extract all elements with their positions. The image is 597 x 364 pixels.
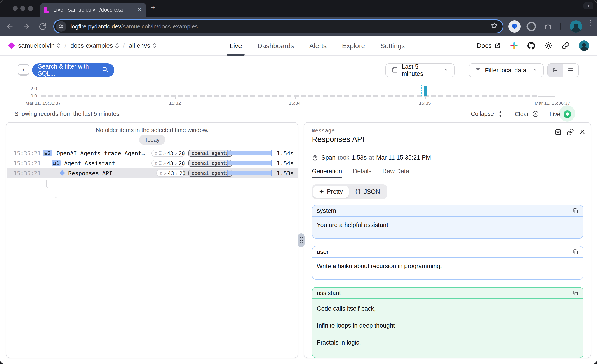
x-tickmark	[175, 97, 176, 99]
trace-name: Agent Assistant	[64, 160, 115, 167]
theme-sun-icon[interactable]	[545, 42, 552, 49]
tree-view-button[interactable]	[548, 64, 563, 77]
clear-button[interactable]: Clear	[515, 110, 539, 118]
token-usage-pill: ⊘Σ ↗43 ↙20	[151, 160, 185, 167]
filter-icon	[475, 66, 481, 75]
trace-list-panel: No older items in the selected time wind…	[6, 122, 298, 358]
browser-menu-icon[interactable]: ⋮	[588, 21, 591, 24]
trace-row-3-selected[interactable]: 15:35:21 Responses API ⊘ ↗43 ↙20 openai_…	[7, 168, 298, 178]
coin-icon: ⊘	[155, 160, 157, 166]
timeline-xtick-start: Mar 11. 15:31:37	[25, 100, 61, 106]
share-link-icon[interactable]	[562, 42, 569, 49]
tokens-down-value: 20	[180, 170, 186, 176]
tree-connector	[55, 190, 58, 198]
traffic-light-minimize[interactable]	[20, 6, 25, 11]
bitwarden-extension-icon[interactable]	[508, 20, 521, 32]
timeline-activity-bar[interactable]	[424, 86, 427, 96]
copy-icon[interactable]	[573, 208, 579, 214]
password-extension-icon[interactable]	[525, 20, 537, 32]
user-avatar[interactable]	[579, 40, 589, 51]
breadcrumb-env[interactable]: all envs	[129, 42, 156, 49]
live-indicator-icon	[564, 110, 571, 118]
local-filter-dropdown[interactable]: Filter local data	[469, 63, 544, 77]
time-range-value: Last 5 minutes	[402, 63, 440, 77]
url-bar[interactable]: logfire.pydantic.dev/samuelcolvin/docs-e…	[53, 19, 503, 33]
took-word: took	[338, 154, 349, 161]
json-label: JSON	[364, 188, 380, 195]
scope-tag[interactable]: openai_agents	[189, 150, 232, 157]
slash-shortcut-key[interactable]: /	[18, 64, 29, 76]
live-toggle[interactable]: Live	[550, 110, 571, 118]
dock-panel-icon[interactable]	[555, 128, 562, 136]
tab-raw-data[interactable]: Raw Data	[382, 168, 409, 178]
tokens-down-icon: ↙	[174, 160, 177, 166]
tree-view-icon	[552, 67, 559, 74]
collapse-count-badge[interactable]: ⊟1	[52, 160, 61, 166]
external-link-icon	[495, 42, 501, 49]
traffic-light-zoom[interactable]	[28, 6, 33, 11]
docs-link[interactable]: Docs	[477, 42, 501, 49]
scope-tag[interactable]: openai_agents	[189, 160, 232, 167]
forward-icon[interactable]	[22, 22, 30, 32]
browser-window: Live · samuelcolvin/docs-exa ✕ + ▾ logfi…	[0, 0, 597, 364]
reload-icon[interactable]	[39, 22, 47, 32]
tokens-up-icon: ↗	[163, 160, 166, 166]
breadcrumb-project[interactable]: docs-examples	[71, 42, 119, 49]
window-chevron-icon[interactable]: ▾	[583, 2, 593, 9]
site-settings-icon[interactable]	[56, 21, 66, 32]
minus-square-icon: ⊟	[53, 160, 56, 166]
collapse-count-badge[interactable]: ⊟2	[43, 150, 52, 157]
collapse-button[interactable]: Collapse	[471, 110, 504, 117]
time-range-dropdown[interactable]: Last 5 minutes	[385, 63, 455, 77]
copy-icon[interactable]	[573, 290, 579, 296]
new-tab-button[interactable]: +	[151, 4, 156, 11]
nav-tab-dashboards[interactable]: Dashboards	[257, 36, 294, 55]
nav-tab-alerts[interactable]: Alerts	[309, 36, 327, 55]
y-tickmark	[38, 96, 40, 96]
github-icon[interactable]	[527, 42, 535, 49]
nav-tab-live[interactable]: Live	[230, 36, 242, 55]
collapse-label: Collapse	[471, 110, 494, 117]
timeline-end-tick	[555, 96, 555, 99]
tree-connector	[46, 180, 50, 188]
extensions-puzzle-icon[interactable]	[542, 20, 554, 32]
date-chip-today[interactable]: Today	[139, 135, 165, 145]
list-view-button[interactable]	[563, 64, 579, 77]
span-detail-panel: message Responses API Span took 1.53s at…	[304, 122, 591, 358]
back-icon[interactable]	[6, 22, 14, 32]
pretty-toggle-button[interactable]: ✦ Pretty	[313, 186, 349, 198]
timeline-ytick-2: 2.0	[24, 86, 37, 91]
timeline-baseline-tail	[538, 96, 555, 97]
slack-icon[interactable]	[510, 42, 518, 49]
tab-generation[interactable]: Generation	[312, 168, 342, 178]
close-icon[interactable]	[579, 128, 586, 136]
copy-icon[interactable]	[573, 249, 579, 255]
json-toggle-button[interactable]: {} JSON	[349, 186, 386, 198]
trace-row-1[interactable]: 15:35:21 ⊟2 OpenAI Agents trace Agent… ⊘…	[7, 148, 298, 158]
clear-circle-x-icon	[532, 110, 539, 118]
tab-details[interactable]: Details	[353, 168, 372, 178]
timeline-xtick-1535: 15:35	[419, 100, 431, 106]
y-tickmark	[38, 89, 40, 89]
main-nav: Live Dashboards Alerts Explore Settings	[230, 36, 405, 55]
trace-row-2[interactable]: 15:35:21 ⊟1 Agent Assistant ⊘Σ ↗43 ↙20 o…	[7, 158, 298, 168]
panel-resize-handle[interactable]	[298, 233, 305, 247]
copy-link-icon[interactable]	[567, 128, 574, 136]
browser-tab-strip: Live · samuelcolvin/docs-exa ✕ + ▾	[0, 0, 597, 17]
scope-tag[interactable]: openai_agents	[189, 170, 232, 177]
message-card-user: user Write a haiku about recursion in pr…	[312, 246, 583, 280]
nav-tab-settings[interactable]: Settings	[380, 36, 405, 55]
span-kind-label: message	[312, 127, 335, 134]
detail-scrollbar-track[interactable]	[586, 123, 586, 358]
tab-close-icon[interactable]: ✕	[137, 7, 142, 12]
nav-tab-explore[interactable]: Explore	[342, 36, 365, 55]
browser-profile-avatar[interactable]	[570, 20, 582, 32]
browser-tab[interactable]: Live · samuelcolvin/docs-exa ✕	[40, 3, 146, 17]
bookmark-star-icon[interactable]	[490, 22, 498, 31]
traffic-light-close[interactable]	[13, 6, 18, 11]
breadcrumb-org[interactable]: samuelcolvin	[18, 42, 61, 49]
calendar-icon	[391, 66, 398, 75]
span-summary-line: Span took 1.53s at Mar 11 15:35:21 PM	[312, 154, 431, 161]
search-input[interactable]: Search & filter with SQL...	[32, 63, 114, 77]
message-card-assistant: assistant Code calls itself back, Infini…	[312, 287, 583, 358]
